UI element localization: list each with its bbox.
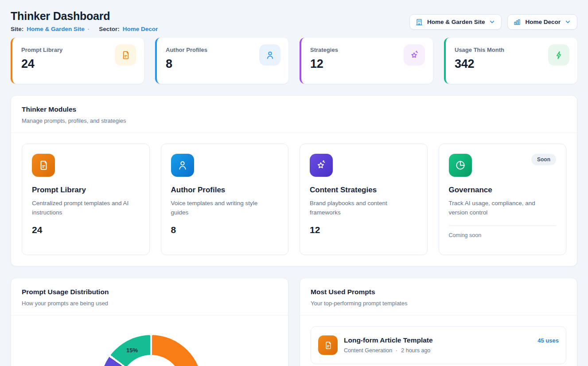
dashboard-page: Thinker Dashboard Site: Home & Garden Si… — [0, 0, 588, 366]
sector-link[interactable]: Home Decor — [123, 26, 158, 32]
module-description: Brand playbooks and content frameworks — [310, 199, 412, 218]
meta-separator: · — [88, 26, 90, 32]
pie-chart-icon — [449, 154, 472, 177]
module-description: Voice templates and writing style guides — [171, 199, 273, 218]
module-card-governance[interactable]: Soon Governance Track AI usage, complian… — [439, 144, 567, 255]
bottom-row: Prompt Usage Distribution How your promp… — [11, 278, 577, 366]
usage-card-header: Prompt Usage Distribution How your promp… — [11, 278, 288, 315]
module-card-content-strategies[interactable]: Content Strategies Brand playbooks and c… — [300, 144, 428, 255]
chevron-down-icon — [489, 19, 495, 25]
stat-card-prompt-library: Prompt Library 24 — [11, 38, 144, 84]
modules-panel-title: Thinker Modules — [22, 105, 566, 113]
prompt-category: Content Generation — [344, 347, 392, 354]
prompt-item-title: Long-form Article Template — [344, 336, 531, 344]
user-icon — [171, 154, 194, 177]
coming-soon-text: Coming soon — [449, 232, 557, 238]
module-count: 24 — [32, 225, 140, 235]
user-icon — [259, 44, 280, 66]
module-title: Content Strategies — [310, 186, 417, 195]
usage-card-title: Prompt Usage Distribution — [22, 288, 277, 296]
document-icon — [32, 154, 55, 177]
modules-panel-subtitle: Manage prompts, profiles, and strategies — [22, 117, 566, 124]
prompt-item-meta: Content Generation · 2 hours ago — [344, 347, 531, 354]
site-link[interactable]: Home & Garden Site — [27, 26, 85, 32]
bar-chart-icon — [513, 18, 521, 26]
site-selector-label: Home & Garden Site — [427, 19, 485, 25]
prompt-list: Long-form Article Template Content Gener… — [300, 315, 577, 366]
donut-slice-label: 15% — [126, 347, 138, 354]
prompts-card-title: Most Used Prompts — [311, 288, 566, 296]
modules-panel-header: Thinker Modules Manage prompts, profiles… — [11, 96, 577, 133]
bolt-icon — [548, 44, 569, 66]
prompts-card-subtitle: Your top-performing prompt templates — [311, 300, 566, 307]
modules-grid: Prompt Library Centralized prompt templa… — [11, 133, 577, 266]
module-description: Track AI usage, compliance, and version … — [449, 199, 551, 218]
site-selector-dropdown[interactable]: Home & Garden Site — [409, 14, 502, 30]
meta-separator: · — [396, 347, 397, 354]
stats-row: Prompt Library 24 Author Profiles 8 Stra… — [11, 38, 577, 84]
module-count: 12 — [310, 225, 417, 235]
prompt-list-item[interactable]: Long-form Article Template Content Gener… — [311, 326, 566, 364]
sector-selector-label: Home Decor — [525, 19, 561, 25]
donut-chart: 15% — [100, 335, 202, 366]
module-title: Governance — [449, 186, 557, 195]
document-icon — [115, 44, 136, 66]
module-card-prompt-library[interactable]: Prompt Library Centralized prompt templa… — [22, 144, 150, 255]
prompt-item-body: Long-form Article Template Content Gener… — [344, 335, 531, 354]
usage-card-subtitle: How your prompts are being used — [22, 300, 277, 307]
sector-label: Sector: — [99, 26, 120, 32]
sector-selector-dropdown[interactable]: Home Decor — [507, 14, 577, 30]
thinker-modules-panel: Thinker Modules Manage prompts, profiles… — [11, 95, 577, 266]
module-title: Author Profiles — [171, 186, 279, 195]
module-title: Prompt Library — [32, 186, 140, 195]
module-divider — [449, 226, 557, 226]
chevron-down-icon — [565, 19, 571, 25]
prompt-usage-card: Prompt Usage Distribution How your promp… — [11, 278, 288, 366]
building-icon — [415, 18, 423, 26]
most-used-prompts-card: Most Used Prompts Your top-performing pr… — [300, 278, 577, 366]
prompt-uses-badge: 45 uses — [537, 335, 559, 344]
stat-card-author-profiles: Author Profiles 8 — [155, 38, 288, 84]
module-description: Centralized prompt templates and AI inst… — [32, 199, 134, 218]
header-selectors: Home & Garden Site Home Decor — [409, 14, 577, 30]
sparkle-star-icon — [404, 44, 425, 66]
site-label: Site: — [11, 26, 23, 32]
topbar: Thinker Dashboard Site: Home & Garden Si… — [11, 10, 577, 32]
module-count: 8 — [171, 225, 279, 235]
module-card-author-profiles[interactable]: Author Profiles Voice templates and writ… — [161, 144, 289, 255]
prompt-time: 2 hours ago — [401, 347, 430, 354]
sparkle-star-icon — [310, 154, 333, 177]
stat-card-usage: Usage This Month 342 — [444, 38, 577, 84]
stat-card-strategies: Strategies 12 — [300, 38, 433, 84]
document-icon — [318, 335, 338, 355]
soon-badge: Soon — [531, 154, 556, 165]
prompts-card-header: Most Used Prompts Your top-performing pr… — [300, 278, 577, 315]
